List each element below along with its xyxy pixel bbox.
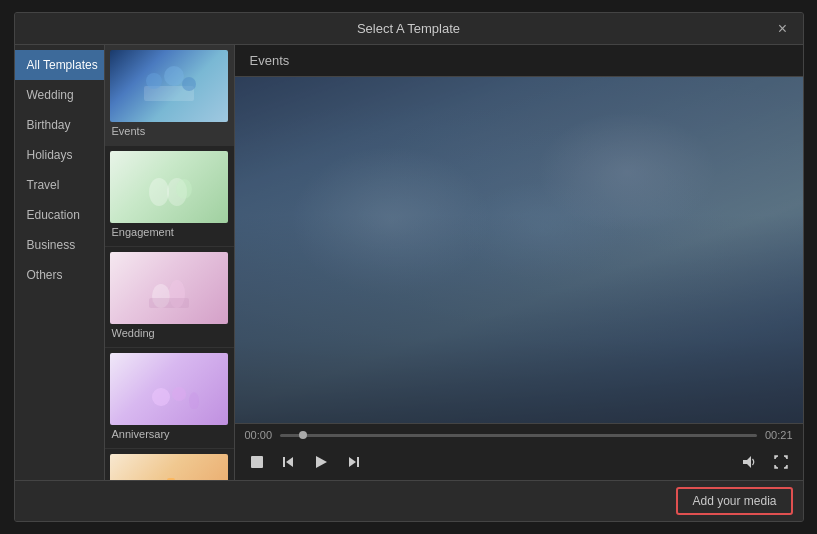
svg-rect-9: [149, 298, 189, 308]
template-item-birthday[interactable]: Birthday: [105, 449, 234, 480]
sidebar-item-holidays[interactable]: Holidays: [15, 140, 104, 170]
controls-row: [245, 446, 793, 480]
add-media-button[interactable]: Add your media: [676, 487, 792, 515]
svg-point-6: [176, 179, 192, 199]
stop-button[interactable]: [245, 450, 269, 474]
preview-video: [235, 77, 803, 423]
preview-panel: Events 00:00 00:21: [235, 45, 803, 480]
svg-rect-15: [167, 478, 175, 480]
progress-bar-row: 00:00 00:21: [245, 424, 793, 446]
template-item-events[interactable]: Events: [105, 45, 234, 146]
template-thumb-anniversary: [110, 353, 228, 425]
right-controls: [737, 450, 793, 474]
play-button[interactable]: [309, 450, 333, 474]
time-start: 00:00: [245, 429, 273, 441]
svg-point-1: [146, 73, 162, 89]
template-thumb-wedding: [110, 252, 228, 324]
template-label-anniversary: Anniversary: [110, 425, 229, 443]
template-label-engagement: Engagement: [110, 223, 229, 241]
preview-header: Events: [235, 45, 803, 77]
content-area: All Templates Wedding Birthday Holidays …: [15, 45, 803, 480]
template-item-wedding[interactable]: Wedding: [105, 247, 234, 348]
svg-rect-18: [283, 457, 285, 467]
select-template-dialog: Select A Template × All Templates Weddin…: [14, 12, 804, 522]
sidebar-item-birthday[interactable]: Birthday: [15, 110, 104, 140]
sidebar-item-education[interactable]: Education: [15, 200, 104, 230]
svg-rect-21: [357, 457, 359, 467]
progress-track[interactable]: [280, 434, 757, 437]
sidebar: All Templates Wedding Birthday Holidays …: [15, 45, 105, 480]
svg-point-3: [182, 77, 196, 91]
video-overlay: [235, 77, 803, 423]
template-item-anniversary[interactable]: Anniversary: [105, 348, 234, 449]
fullscreen-button[interactable]: [769, 450, 793, 474]
volume-button[interactable]: [737, 450, 761, 474]
svg-marker-22: [349, 457, 356, 467]
template-item-engagement[interactable]: Engagement: [105, 146, 234, 247]
svg-point-4: [149, 178, 169, 206]
bottom-bar: Add your media: [15, 480, 803, 521]
title-bar: Select A Template ×: [15, 13, 803, 45]
preview-controls: 00:00 00:21: [235, 423, 803, 480]
sidebar-item-wedding[interactable]: Wedding: [15, 80, 104, 110]
svg-marker-23: [743, 456, 751, 468]
template-label-wedding: Wedding: [110, 324, 229, 342]
sidebar-item-business[interactable]: Business: [15, 230, 104, 260]
template-thumb-birthday: [110, 454, 228, 480]
time-end: 00:21: [765, 429, 793, 441]
dialog-title: Select A Template: [357, 21, 460, 36]
step-forward-button[interactable]: [341, 450, 365, 474]
step-back-button[interactable]: [277, 450, 301, 474]
progress-dot: [299, 431, 307, 439]
template-thumb-engagement: [110, 151, 228, 223]
svg-marker-19: [286, 457, 293, 467]
template-label-events: Events: [110, 122, 229, 140]
template-thumb-events: [110, 50, 228, 122]
svg-point-12: [189, 392, 199, 409]
svg-point-2: [164, 66, 184, 86]
sidebar-item-others[interactable]: Others: [15, 260, 104, 290]
svg-point-11: [172, 387, 186, 401]
svg-point-10: [152, 388, 170, 406]
svg-rect-17: [251, 456, 263, 468]
svg-marker-20: [316, 456, 327, 468]
sidebar-item-travel[interactable]: Travel: [15, 170, 104, 200]
template-list: Events Engagement Wedding: [105, 45, 235, 480]
sidebar-item-all-templates[interactable]: All Templates: [15, 50, 104, 80]
close-button[interactable]: ×: [773, 19, 793, 39]
